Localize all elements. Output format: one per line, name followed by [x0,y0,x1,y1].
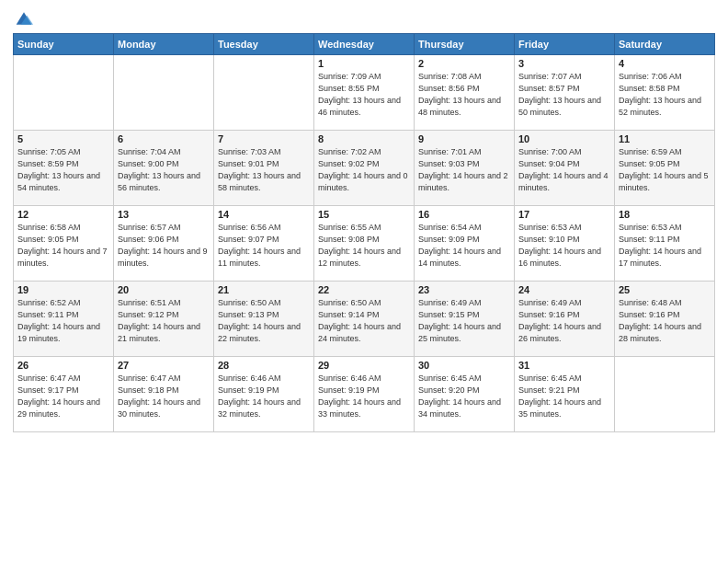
day-info: Sunrise: 6:46 AMSunset: 9:19 PMDaylight:… [218,373,310,420]
day-number: 15 [318,209,410,220]
calendar-cell: 4Sunrise: 7:06 AMSunset: 8:58 PMDaylight… [615,55,715,131]
calendar-cell: 21Sunrise: 6:50 AMSunset: 9:13 PMDayligh… [214,282,314,357]
weekday-header-friday: Friday [515,34,615,55]
logo [13,9,33,28]
calendar-cell: 26Sunrise: 6:47 AMSunset: 9:17 PMDayligh… [14,357,114,432]
day-info: Sunrise: 7:01 AMSunset: 9:03 PMDaylight:… [418,146,510,194]
calendar-cell: 30Sunrise: 6:45 AMSunset: 9:20 PMDayligh… [415,357,515,432]
day-info: Sunrise: 6:56 AMSunset: 9:07 PMDaylight:… [218,222,310,270]
calendar-cell: 12Sunrise: 6:58 AMSunset: 9:05 PMDayligh… [14,206,114,282]
day-info: Sunrise: 6:59 AMSunset: 9:05 PMDaylight:… [619,146,711,194]
weekday-header-monday: Monday [114,34,214,55]
day-number: 19 [17,284,109,295]
weekday-header-thursday: Thursday [415,34,515,55]
day-info: Sunrise: 7:09 AMSunset: 8:55 PMDaylight:… [318,71,410,119]
day-number: 28 [218,360,310,371]
calendar-cell [214,55,314,131]
calendar-cell [615,357,715,432]
calendar-cell: 25Sunrise: 6:48 AMSunset: 9:16 PMDayligh… [615,282,715,357]
day-info: Sunrise: 6:46 AMSunset: 9:19 PMDaylight:… [318,373,410,420]
day-number: 7 [218,133,310,144]
week-row-4: 26Sunrise: 6:47 AMSunset: 9:17 PMDayligh… [14,357,715,432]
day-number: 5 [17,133,109,144]
day-info: Sunrise: 6:49 AMSunset: 9:16 PMDaylight:… [518,297,610,345]
day-number: 20 [118,284,210,295]
logo-text [13,9,33,28]
calendar-cell: 19Sunrise: 6:52 AMSunset: 9:11 PMDayligh… [14,282,114,357]
day-info: Sunrise: 6:48 AMSunset: 9:16 PMDaylight:… [619,297,711,345]
calendar-cell: 9Sunrise: 7:01 AMSunset: 9:03 PMDaylight… [415,131,515,206]
day-number: 16 [418,209,510,220]
calendar-cell: 16Sunrise: 6:54 AMSunset: 9:09 PMDayligh… [415,206,515,282]
calendar-cell: 7Sunrise: 7:03 AMSunset: 9:01 PMDaylight… [214,131,314,206]
day-info: Sunrise: 7:08 AMSunset: 8:56 PMDaylight:… [418,71,510,119]
day-info: Sunrise: 7:06 AMSunset: 8:58 PMDaylight:… [619,71,711,119]
day-info: Sunrise: 6:50 AMSunset: 9:14 PMDaylight:… [318,297,410,345]
logo-icon [15,9,33,28]
calendar-cell [14,55,114,131]
day-info: Sunrise: 7:07 AMSunset: 8:57 PMDaylight:… [518,71,610,119]
calendar-cell: 5Sunrise: 7:05 AMSunset: 8:59 PMDaylight… [14,131,114,206]
day-number: 12 [17,209,109,220]
calendar-cell: 13Sunrise: 6:57 AMSunset: 9:06 PMDayligh… [114,206,214,282]
weekday-header-wednesday: Wednesday [314,34,415,55]
calendar-table: SundayMondayTuesdayWednesdayThursdayFrid… [13,33,715,432]
day-number: 30 [418,360,510,371]
day-number: 4 [619,58,711,69]
calendar-cell: 22Sunrise: 6:50 AMSunset: 9:14 PMDayligh… [314,282,415,357]
calendar-cell: 24Sunrise: 6:49 AMSunset: 9:16 PMDayligh… [515,282,615,357]
calendar-cell: 3Sunrise: 7:07 AMSunset: 8:57 PMDaylight… [515,55,615,131]
header-row: SundayMondayTuesdayWednesdayThursdayFrid… [14,34,715,55]
calendar-cell: 17Sunrise: 6:53 AMSunset: 9:10 PMDayligh… [515,206,615,282]
weekday-header-tuesday: Tuesday [214,34,314,55]
calendar-cell: 14Sunrise: 6:56 AMSunset: 9:07 PMDayligh… [214,206,314,282]
week-row-1: 5Sunrise: 7:05 AMSunset: 8:59 PMDaylight… [14,131,715,206]
day-info: Sunrise: 6:45 AMSunset: 9:21 PMDaylight:… [518,373,610,420]
day-info: Sunrise: 6:55 AMSunset: 9:08 PMDaylight:… [318,222,410,270]
calendar-cell: 18Sunrise: 6:53 AMSunset: 9:11 PMDayligh… [615,206,715,282]
calendar-cell: 28Sunrise: 6:46 AMSunset: 9:19 PMDayligh… [214,357,314,432]
week-row-3: 19Sunrise: 6:52 AMSunset: 9:11 PMDayligh… [14,282,715,357]
day-number: 9 [418,133,510,144]
day-info: Sunrise: 6:57 AMSunset: 9:06 PMDaylight:… [118,222,210,270]
day-number: 13 [118,209,210,220]
calendar-cell: 6Sunrise: 7:04 AMSunset: 9:00 PMDaylight… [114,131,214,206]
day-number: 11 [619,133,711,144]
calendar-cell: 31Sunrise: 6:45 AMSunset: 9:21 PMDayligh… [515,357,615,432]
day-number: 22 [318,284,410,295]
day-info: Sunrise: 7:04 AMSunset: 9:00 PMDaylight:… [118,146,210,194]
week-row-2: 12Sunrise: 6:58 AMSunset: 9:05 PMDayligh… [14,206,715,282]
header [13,9,715,28]
calendar-cell: 8Sunrise: 7:02 AMSunset: 9:02 PMDaylight… [314,131,415,206]
calendar-cell: 15Sunrise: 6:55 AMSunset: 9:08 PMDayligh… [314,206,415,282]
calendar-cell [114,55,214,131]
day-number: 8 [318,133,410,144]
day-number: 18 [619,209,711,220]
calendar-cell: 10Sunrise: 7:00 AMSunset: 9:04 PMDayligh… [515,131,615,206]
day-number: 17 [518,209,610,220]
day-info: Sunrise: 6:50 AMSunset: 9:13 PMDaylight:… [218,297,310,345]
calendar-cell: 20Sunrise: 6:51 AMSunset: 9:12 PMDayligh… [114,282,214,357]
day-number: 26 [17,360,109,371]
calendar-cell: 23Sunrise: 6:49 AMSunset: 9:15 PMDayligh… [415,282,515,357]
day-number: 31 [518,360,610,371]
day-info: Sunrise: 6:47 AMSunset: 9:18 PMDaylight:… [118,373,210,420]
day-number: 29 [318,360,410,371]
day-info: Sunrise: 6:52 AMSunset: 9:11 PMDaylight:… [17,297,109,345]
day-info: Sunrise: 7:03 AMSunset: 9:01 PMDaylight:… [218,146,310,194]
day-number: 10 [518,133,610,144]
calendar-cell: 11Sunrise: 6:59 AMSunset: 9:05 PMDayligh… [615,131,715,206]
day-info: Sunrise: 7:02 AMSunset: 9:02 PMDaylight:… [318,146,410,194]
calendar-cell: 2Sunrise: 7:08 AMSunset: 8:56 PMDaylight… [415,55,515,131]
weekday-header-sunday: Sunday [14,34,114,55]
day-number: 14 [218,209,310,220]
day-number: 25 [619,284,711,295]
day-number: 23 [418,284,510,295]
day-info: Sunrise: 6:47 AMSunset: 9:17 PMDaylight:… [17,373,109,420]
day-number: 1 [318,58,410,69]
day-number: 3 [518,58,610,69]
calendar-cell: 29Sunrise: 6:46 AMSunset: 9:19 PMDayligh… [314,357,415,432]
week-row-0: 1Sunrise: 7:09 AMSunset: 8:55 PMDaylight… [14,55,715,131]
weekday-header-saturday: Saturday [615,34,715,55]
day-info: Sunrise: 6:53 AMSunset: 9:10 PMDaylight:… [518,222,610,270]
